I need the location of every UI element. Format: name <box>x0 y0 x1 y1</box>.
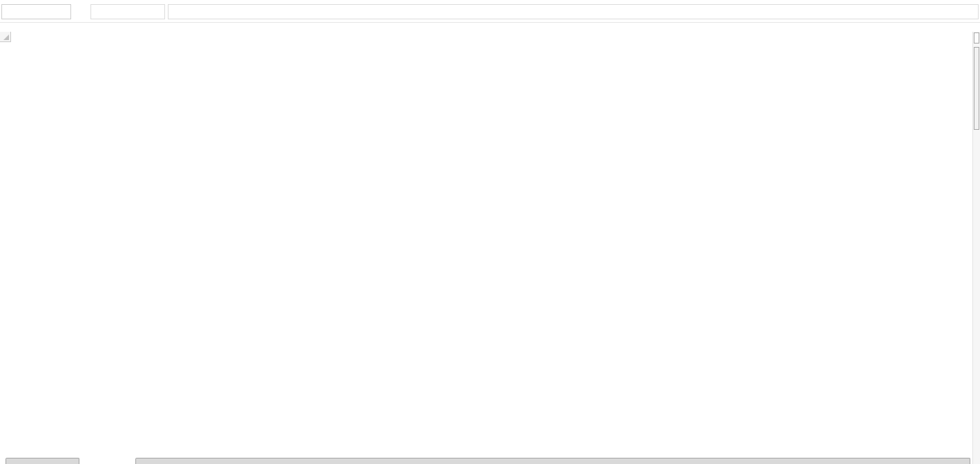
horizontal-scrollbar-fragment[interactable] <box>135 458 970 464</box>
formula-buttons <box>90 4 165 19</box>
select-all-button[interactable] <box>0 32 11 42</box>
vertical-scrollbar[interactable] <box>972 32 980 464</box>
formula-input[interactable] <box>168 4 979 19</box>
select-all-icon <box>3 35 9 40</box>
excel-window <box>0 0 980 464</box>
formula-bar <box>0 0 980 23</box>
scroll-up-button[interactable] <box>974 32 979 44</box>
vertical-scrollbar-thumb[interactable] <box>974 47 979 130</box>
name-box[interactable] <box>1 4 71 19</box>
sheet-navigation-fragment[interactable] <box>6 458 79 464</box>
column-header-strip <box>0 32 11 42</box>
